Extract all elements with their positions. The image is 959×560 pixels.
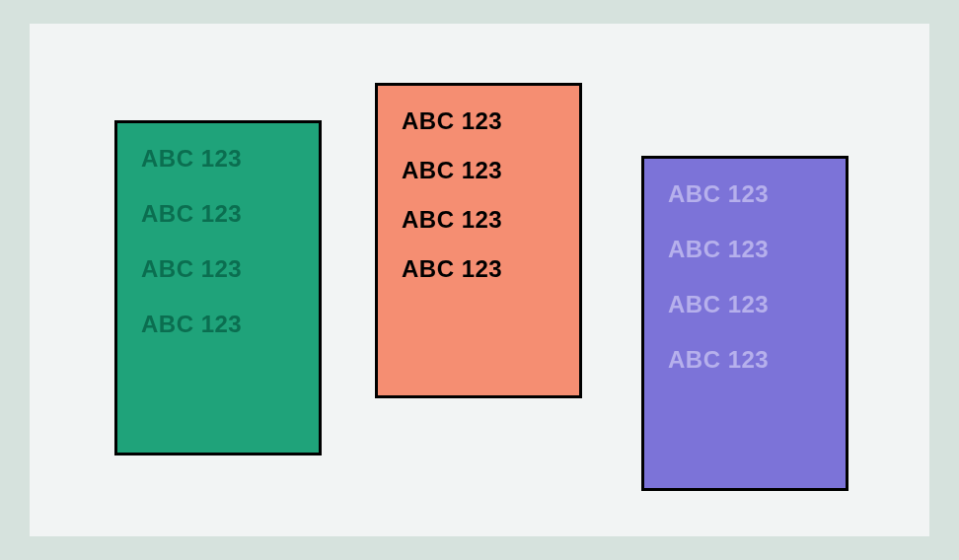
card-orange-line: ABC 123 <box>402 208 559 232</box>
card-orange-line: ABC 123 <box>402 159 559 182</box>
card-orange: ABC 123 ABC 123 ABC 123 ABC 123 <box>375 83 582 398</box>
card-orange-line: ABC 123 <box>402 257 559 281</box>
card-purple-line: ABC 123 <box>668 348 826 372</box>
card-green-line: ABC 123 <box>141 313 299 336</box>
card-green-line: ABC 123 <box>141 257 299 281</box>
diagram-canvas: ABC 123 ABC 123 ABC 123 ABC 123 ABC 123 … <box>30 24 929 536</box>
card-green-line: ABC 123 <box>141 202 299 226</box>
card-green: ABC 123 ABC 123 ABC 123 ABC 123 <box>114 120 322 455</box>
card-orange-line: ABC 123 <box>402 109 559 133</box>
card-purple-line: ABC 123 <box>668 238 826 261</box>
card-green-line: ABC 123 <box>141 147 299 171</box>
card-purple-line: ABC 123 <box>668 293 826 316</box>
card-purple-line: ABC 123 <box>668 182 826 206</box>
card-purple: ABC 123 ABC 123 ABC 123 ABC 123 <box>641 156 848 491</box>
